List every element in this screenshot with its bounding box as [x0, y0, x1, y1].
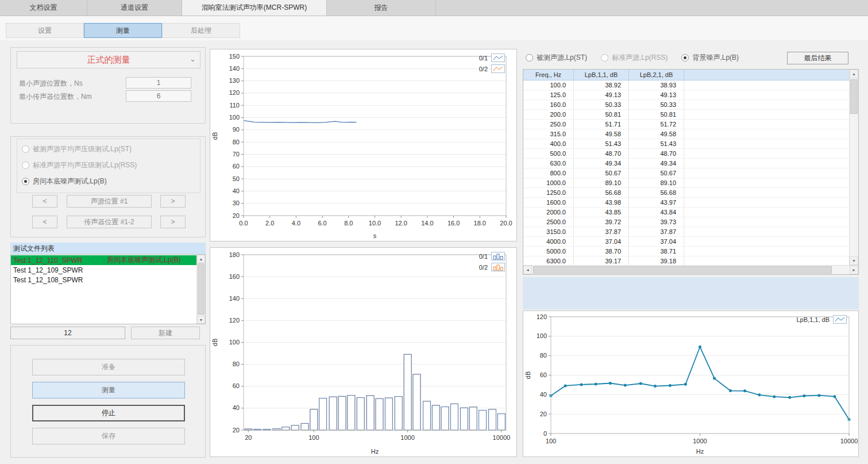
svg-text:20: 20 [233, 212, 240, 219]
table-row[interactable]: 500.048.7048.70 [523, 149, 849, 159]
sub-tab-0[interactable]: 设置 [6, 23, 84, 38]
scroll-thumb[interactable] [850, 79, 858, 114]
svg-text:80: 80 [233, 361, 240, 367]
radio-icon [22, 145, 29, 153]
action-button-group: 准备测量停止保存 [10, 345, 206, 458]
table-row[interactable]: 3150.037.8737.87 [523, 227, 849, 237]
svg-text:60: 60 [233, 382, 240, 389]
table-vertical-scrollbar[interactable]: ▲ ▼ [849, 70, 858, 265]
prepare-button[interactable]: 准备 [32, 359, 185, 375]
table-cell: 200.0 [523, 110, 574, 119]
table-row[interactable]: 250.051.7151.72 [523, 120, 849, 129]
result-source-radio-1[interactable]: 标准声源,Lp(RSS) [601, 53, 668, 63]
scroll-down-icon[interactable]: ▼ [197, 316, 205, 324]
table-cell-filler [684, 80, 849, 90]
radio-icon [22, 162, 29, 169]
table-row[interactable]: 630.049.3449.34 [523, 159, 849, 168]
scroll-right-icon[interactable]: ► [850, 266, 858, 274]
table-row[interactable]: 200.050.8150.81 [523, 110, 849, 120]
table-row[interactable]: 315.049.5849.58 [523, 129, 849, 139]
legend-label: 0/1 [479, 55, 488, 62]
scroll-up-icon[interactable]: ▲ [197, 255, 205, 263]
file-list-item-2[interactable]: Test 1_12_108_SPWR [11, 275, 196, 285]
result-source-radio-2[interactable]: 背景噪声,Lp(B) [681, 53, 739, 63]
table-row[interactable]: 6300.039.1739.18 [523, 256, 849, 265]
measure-button[interactable]: 测量 [32, 382, 185, 398]
scroll-left-icon[interactable]: ◄ [523, 266, 532, 274]
min-mic-positions-label: 最小传声器位置数，Nm [19, 92, 92, 102]
svg-text:20: 20 [245, 434, 252, 441]
test-type-radio-2[interactable]: 房间本底噪声测试,Lp(B) [22, 177, 200, 186]
source-position-next-button[interactable]: > [160, 195, 186, 208]
table-row[interactable]: 2000.043.8543.84 [523, 208, 849, 217]
legend-item: 0/2 [479, 64, 505, 73]
results-table-body[interactable]: 100.038.9238.93125.049.1349.13160.050.33… [523, 80, 849, 265]
min-source-positions-input[interactable] [126, 77, 191, 89]
table-cell: 43.85 [574, 208, 629, 217]
table-row[interactable]: 1250.056.6856.68 [523, 188, 849, 198]
table-cell-filler [684, 178, 849, 187]
scroll-thumb[interactable] [533, 266, 832, 274]
file-list-item-0[interactable]: Test 1_12_110_SPWR房间本底噪声测试,Lp(B) [11, 255, 196, 265]
table-cell: 38.92 [574, 80, 629, 90]
scroll-thumb[interactable] [198, 263, 205, 315]
main-tab-2[interactable]: 混响室法测试声功率(MCR-SPWR) [182, 0, 327, 16]
test-type-radio-1[interactable]: 标准声源平均声压级测试,Lp(RSS) [22, 160, 200, 170]
measurement-mode-select[interactable]: 正式的测量 ⌄ [17, 51, 200, 68]
table-cell: 49.58 [629, 129, 684, 139]
sub-tab-2[interactable]: 后处理 [162, 23, 240, 38]
result-source-radio-0[interactable]: 被测声源,Lp(ST) [526, 53, 587, 63]
table-cell-filler [684, 217, 849, 227]
svg-text:120: 120 [229, 89, 240, 96]
table-cell: 38.70 [574, 247, 629, 256]
svg-text:40: 40 [233, 187, 240, 194]
stop-button[interactable]: 停止 [32, 405, 185, 421]
source-position-button[interactable]: 声源位置 #1 [67, 195, 152, 208]
table-row[interactable]: 125.049.1349.13 [523, 90, 849, 100]
svg-text:Hz: Hz [371, 448, 379, 455]
scroll-up-icon[interactable]: ▲ [850, 70, 858, 78]
table-row[interactable]: 160.050.3350.33 [523, 100, 849, 110]
test-type-radio-0[interactable]: 被测声源平均声压级测试,Lp(ST) [22, 144, 200, 154]
file-count-button[interactable]: 12 [10, 327, 125, 339]
table-row[interactable]: 1000.089.1089.10 [523, 178, 849, 188]
table-row[interactable]: 4000.037.0437.04 [523, 237, 849, 247]
final-result-button[interactable]: 最后结果 [787, 52, 848, 64]
svg-text:18.0: 18.0 [474, 220, 486, 227]
table-cell: 48.70 [629, 149, 684, 158]
table-row[interactable]: 1600.043.9843.97 [523, 198, 849, 208]
chart-legend: 0/10/2 [479, 252, 505, 271]
svg-text:0: 0 [543, 430, 547, 437]
file-list-item-1[interactable]: Test 1_12_109_SPWR [11, 265, 196, 275]
sub-tab-bar: 设置测量后处理 [0, 16, 868, 40]
table-row[interactable]: 100.038.9238.93 [523, 80, 849, 90]
file-list-scrollbar[interactable]: ▲ ▼ [196, 255, 205, 324]
mic-position-next-button[interactable]: > [160, 216, 186, 228]
mic-position-prev-button[interactable]: < [32, 216, 57, 228]
svg-text:100: 100 [308, 434, 319, 441]
sub-tab-1[interactable]: 测量 [84, 23, 162, 38]
table-row[interactable]: 800.050.6750.67 [523, 168, 849, 178]
table-row[interactable]: 2500.039.7239.73 [523, 217, 849, 227]
mic-position-button[interactable]: 传声器位置 #1-2 [67, 216, 152, 228]
main-tab-3[interactable]: 报告 [327, 0, 436, 16]
min-mic-positions-input[interactable] [126, 90, 191, 102]
table-cell-filler [684, 256, 849, 265]
table-row[interactable]: 5000.038.7038.71 [523, 247, 849, 256]
main-tab-0[interactable]: 文档设置 [0, 0, 87, 16]
scroll-down-icon[interactable]: ▼ [850, 256, 858, 265]
source-position-prev-button[interactable]: < [32, 195, 57, 208]
results-spacer-panel [523, 277, 859, 309]
new-file-button[interactable]: 新建 [131, 327, 200, 339]
table-row[interactable]: 400.051.4351.43 [523, 139, 849, 149]
save-button[interactable]: 保存 [32, 428, 185, 444]
legend-item: 0/1 [479, 252, 505, 260]
main-tab-1[interactable]: 通道设置 [87, 0, 182, 16]
svg-text:80: 80 [233, 139, 240, 145]
file-list-body[interactable]: Test 1_12_110_SPWR房间本底噪声测试,Lp(B)Test 1_1… [11, 255, 196, 324]
chevron-down-icon[interactable]: ⌄ [190, 55, 196, 63]
table-horizontal-scrollbar[interactable]: ◄ ► [523, 265, 858, 274]
legend-label: 0/2 [479, 264, 488, 271]
table-cell: 89.10 [629, 178, 684, 187]
table-header-cell-1: LpB,1,1, dB [574, 70, 629, 80]
